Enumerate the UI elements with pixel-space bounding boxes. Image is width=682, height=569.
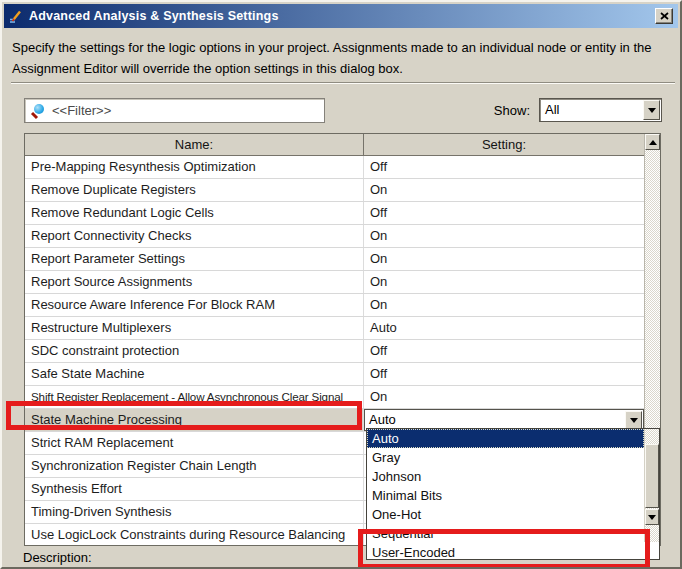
- titlebar: Advanced Analysis & Synthesis Settings: [4, 4, 678, 28]
- dropdown-option-user-encoded[interactable]: User-Encoded: [367, 543, 644, 562]
- column-header-setting: Setting:: [364, 134, 644, 155]
- table-row[interactable]: Pre-Mapping Resynthesis OptimizationOff: [25, 156, 644, 179]
- filter-input[interactable]: [52, 99, 324, 122]
- option-setting-cell: On: [364, 294, 644, 316]
- state-machine-processing-dropdown-list: AutoGrayJohnsonMinimal BitsOne-HotSequen…: [366, 428, 660, 560]
- option-name-cell: Report Parameter Settings: [25, 248, 364, 270]
- table-row[interactable]: Safe State MachineOff: [25, 363, 644, 386]
- table-row[interactable]: SDC constraint protectionOff: [25, 340, 644, 363]
- option-setting-cell: Off: [364, 340, 644, 362]
- option-name-cell: State Machine Processing: [25, 409, 364, 431]
- triangle-up-icon: [649, 140, 657, 145]
- dropdown-option-gray[interactable]: Gray: [367, 448, 644, 467]
- show-combobox-arrow-button[interactable]: [643, 100, 660, 120]
- option-name-cell: Synchronization Register Chain Length: [25, 455, 364, 477]
- filter-box: [24, 98, 325, 123]
- option-name-cell: Restructure Multiplexers: [25, 317, 364, 339]
- option-name-cell: Synthesis Effort: [25, 478, 364, 500]
- triangle-down-icon: [648, 515, 656, 520]
- show-label: Show:: [442, 103, 530, 118]
- option-name-cell: Report Connectivity Checks: [25, 225, 364, 247]
- table-row[interactable]: Report Parameter SettingsOn: [25, 248, 644, 271]
- settings-dialog: Advanced Analysis & Synthesis Settings S…: [0, 0, 682, 569]
- option-setting-cell: Off: [364, 202, 644, 224]
- magnifier-icon: [32, 104, 44, 117]
- table-row[interactable]: Restructure MultiplexersAuto: [25, 317, 644, 340]
- option-name-cell: Safe State Machine: [25, 363, 364, 385]
- option-name-cell: Use LogicLock Constraints during Resourc…: [25, 524, 364, 545]
- column-header-name: Name:: [25, 134, 364, 155]
- scroll-down-button[interactable]: [645, 509, 659, 525]
- dropdown-option-minimal-bits[interactable]: Minimal Bits: [367, 486, 644, 505]
- option-name-cell: Pre-Mapping Resynthesis Optimization: [25, 156, 364, 178]
- option-name-cell: Resource Aware Inference For Block RAM: [25, 294, 364, 316]
- table-rows-group: Pre-Mapping Resynthesis OptimizationOffR…: [25, 156, 644, 409]
- close-button[interactable]: [655, 8, 673, 24]
- intro-text: Specify the settings for the logic optio…: [12, 37, 676, 79]
- option-setting-cell: On: [364, 386, 644, 408]
- dialog-icon: [9, 9, 23, 23]
- option-setting-cell: Auto: [364, 317, 644, 339]
- table-header: Name: Setting:: [25, 134, 644, 156]
- option-setting-cell: On: [364, 179, 644, 201]
- window-title: Advanced Analysis & Synthesis Settings: [29, 9, 279, 23]
- close-icon: [660, 12, 669, 20]
- state-machine-processing-combobox-arrow-button[interactable]: [625, 411, 642, 429]
- intro-line-1: Specify the settings for the logic optio…: [12, 37, 676, 58]
- table-row[interactable]: Remove Redundant Logic CellsOff: [25, 202, 644, 225]
- option-name-cell: Remove Redundant Logic Cells: [25, 202, 364, 224]
- chevron-down-icon: [648, 108, 656, 113]
- scrollbar-thumb[interactable]: [645, 444, 659, 508]
- table-row[interactable]: Report Connectivity ChecksOn: [25, 225, 644, 248]
- dropdown-option-one-hot[interactable]: One-Hot: [367, 505, 644, 524]
- dropdown-option-auto[interactable]: Auto: [367, 429, 644, 448]
- option-name-cell: Shift Register Replacement - Allow Async…: [25, 386, 364, 408]
- option-setting-cell: On: [364, 248, 644, 270]
- table-row[interactable]: Resource Aware Inference For Block RAMOn: [25, 294, 644, 317]
- description-label: Description:: [23, 550, 92, 565]
- table-row[interactable]: Shift Register Replacement - Allow Async…: [25, 386, 644, 409]
- option-name-cell: Report Source Assignments: [25, 271, 364, 293]
- dropdown-option-johnson[interactable]: Johnson: [367, 467, 644, 486]
- option-name-cell: Remove Duplicate Registers: [25, 179, 364, 201]
- dropdown-items: AutoGrayJohnsonMinimal BitsOne-HotSequen…: [367, 429, 644, 562]
- table-row[interactable]: Remove Duplicate RegistersOn: [25, 179, 644, 202]
- scroll-up-button[interactable]: [645, 134, 660, 150]
- option-name-cell: SDC constraint protection: [25, 340, 364, 362]
- dropdown-option-sequential[interactable]: Sequential: [367, 524, 644, 543]
- option-name-cell: Strict RAM Replacement: [25, 432, 364, 454]
- dropdown-scrollbar[interactable]: [644, 429, 659, 542]
- intro-line-2: Assignment Editor will override the opti…: [12, 58, 676, 79]
- option-setting-cell: Off: [364, 363, 644, 385]
- option-setting-cell: Off: [364, 156, 644, 178]
- table-row[interactable]: Report Source AssignmentsOn: [25, 271, 644, 294]
- separator-line: [11, 82, 675, 84]
- show-combobox[interactable]: All: [539, 98, 662, 122]
- option-setting-cell: On: [364, 271, 644, 293]
- chevron-down-icon: [630, 418, 638, 423]
- option-name-cell: Timing-Driven Synthesis: [25, 501, 364, 523]
- option-setting-cell: On: [364, 225, 644, 247]
- state-machine-processing-value: Auto: [365, 410, 643, 429]
